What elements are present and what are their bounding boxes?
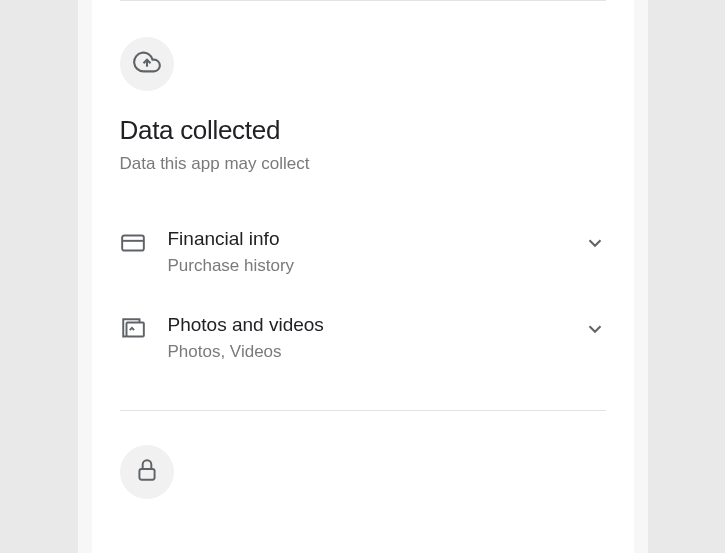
data-row-financial-info[interactable]: Financial info Purchase history [120, 214, 606, 300]
content-panel: Data collected Data this app may collect… [92, 0, 634, 553]
svg-rect-0 [122, 235, 144, 250]
svg-rect-2 [126, 323, 143, 337]
credit-card-icon [120, 230, 146, 256]
chevron-down-icon [584, 318, 606, 344]
next-section [120, 411, 606, 499]
row-text: Photos and videos Photos, Videos [168, 314, 562, 362]
row-text: Financial info Purchase history [168, 228, 562, 276]
section-subtitle: Data this app may collect [120, 154, 606, 174]
row-subtitle: Photos, Videos [168, 342, 562, 362]
cloud-upload-icon [133, 48, 161, 80]
row-title: Financial info [168, 228, 562, 250]
data-row-photos-videos[interactable]: Photos and videos Photos, Videos [120, 300, 606, 386]
section-icon-circle [120, 37, 174, 91]
row-title: Photos and videos [168, 314, 562, 336]
section-title: Data collected [120, 115, 606, 146]
data-collected-section: Data collected Data this app may collect… [120, 1, 606, 410]
device-frame: Data collected Data this app may collect… [78, 0, 648, 553]
svg-rect-3 [139, 469, 154, 480]
section-icon-circle [120, 445, 174, 499]
lock-icon [134, 457, 160, 487]
photos-icon [120, 316, 146, 342]
chevron-down-icon [584, 232, 606, 258]
row-subtitle: Purchase history [168, 256, 562, 276]
